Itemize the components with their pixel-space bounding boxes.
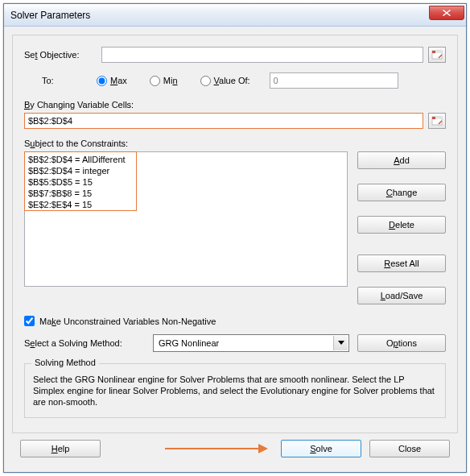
- constraint-item[interactable]: $B$7:$B$8 = 15: [28, 188, 344, 199]
- titlebar: Solver Parameters: [4, 4, 466, 27]
- delete-button[interactable]: Delete: [357, 216, 446, 234]
- solve-button[interactable]: Solve: [281, 440, 361, 457]
- reset-all-button[interactable]: Reset All: [357, 255, 446, 272]
- constraint-item[interactable]: $E$2:$E$4 = 15: [28, 199, 344, 210]
- objective-input[interactable]: [101, 47, 423, 63]
- to-radios: Max Min Value Of:: [97, 76, 250, 86]
- constraint-item[interactable]: $B$2:$D$4 = integer: [28, 165, 344, 176]
- range-picker-icon: [431, 50, 443, 60]
- svg-rect-6: [435, 117, 442, 119]
- nonneg-checkbox[interactable]: [24, 316, 35, 326]
- footer: Help Solve Close: [12, 433, 458, 466]
- load-save-button[interactable]: Load/Save: [357, 287, 446, 304]
- callout-arrow-icon: [165, 442, 270, 455]
- value-of-input[interactable]: [270, 72, 398, 89]
- constraints-buttons: Add Change Delete Reset All Load/Save: [357, 151, 446, 304]
- change-button[interactable]: Change: [357, 184, 446, 201]
- window-title: Solver Parameters: [10, 10, 429, 21]
- radio-max[interactable]: Max: [97, 76, 127, 86]
- main-frame: Set Objective: To:: [12, 35, 458, 433]
- changing-cells-row: [24, 113, 446, 129]
- radio-min[interactable]: Min: [150, 76, 178, 86]
- options-wrap: Options: [357, 334, 446, 352]
- svg-rect-5: [432, 117, 435, 119]
- changing-cells-input[interactable]: [24, 113, 423, 129]
- radio-value-of-label: Value Of:: [214, 76, 250, 85]
- constraint-item[interactable]: $B$5:$D$5 = 15: [28, 176, 344, 188]
- constraints-label: Subject to the Constraints:: [24, 139, 446, 148]
- method-select[interactable]: GRG Nonlinear: [153, 334, 349, 352]
- nonneg-row: Make Unconstrained Variables Non-Negativ…: [24, 316, 446, 326]
- range-picker-icon: [431, 116, 443, 126]
- options-button[interactable]: Options: [357, 334, 446, 352]
- help-button[interactable]: Help: [20, 440, 101, 457]
- to-row: To: Max Min Value Of:: [24, 72, 446, 89]
- method-row: Select a Solving Method: GRG Nonlinear O…: [24, 334, 446, 352]
- radio-min-label: Min: [163, 76, 178, 85]
- radio-max-label: Max: [110, 76, 127, 85]
- method-label: Select a Solving Method:: [24, 338, 145, 348]
- solving-method-group-title: Solving Method: [31, 358, 99, 367]
- changing-cells-label: By Changing Variable Cells:: [24, 100, 446, 110]
- svg-rect-3: [435, 51, 442, 53]
- svg-rect-2: [432, 51, 435, 53]
- footer-spacer: [109, 440, 273, 457]
- radio-max-input[interactable]: [97, 76, 107, 86]
- constraints-block: $B$2:$D$4 = AllDifferent $B$2:$D$4 = int…: [24, 151, 446, 304]
- add-button[interactable]: Add: [357, 151, 446, 169]
- objective-label: Set Objective:: [24, 50, 97, 60]
- solving-method-group: Solving Method Select the GRG Nonlinear …: [24, 363, 446, 418]
- method-selected: GRG Nonlinear: [159, 338, 219, 348]
- solver-parameters-dialog: Solver Parameters Set Objective:: [3, 3, 467, 473]
- radio-value-of-input[interactable]: [200, 76, 211, 86]
- radio-value-of[interactable]: Value Of:: [200, 76, 250, 86]
- to-label: To:: [24, 76, 97, 85]
- close-button[interactable]: Close: [369, 440, 450, 457]
- select-arrow: [333, 336, 348, 350]
- radio-min-input[interactable]: [150, 76, 160, 86]
- objective-range-picker-button[interactable]: [428, 47, 446, 63]
- constraint-item[interactable]: $B$2:$D$4 = AllDifferent: [28, 154, 344, 165]
- constraints-listbox[interactable]: $B$2:$D$4 = AllDifferent $B$2:$D$4 = int…: [24, 151, 348, 287]
- chevron-down-icon: [338, 341, 344, 346]
- solving-method-help-text: Select the GRG Nonlinear engine for Solv…: [33, 374, 437, 408]
- close-icon: [443, 10, 451, 16]
- dialog-body: Set Objective: To:: [4, 27, 466, 472]
- window-close-button[interactable]: [429, 6, 464, 20]
- objective-row: Set Objective:: [24, 47, 446, 63]
- nonneg-label: Make Unconstrained Variables Non-Negativ…: [39, 317, 216, 326]
- cells-range-picker-button[interactable]: [428, 113, 446, 129]
- constraints-items: $B$2:$D$4 = AllDifferent $B$2:$D$4 = int…: [25, 152, 347, 212]
